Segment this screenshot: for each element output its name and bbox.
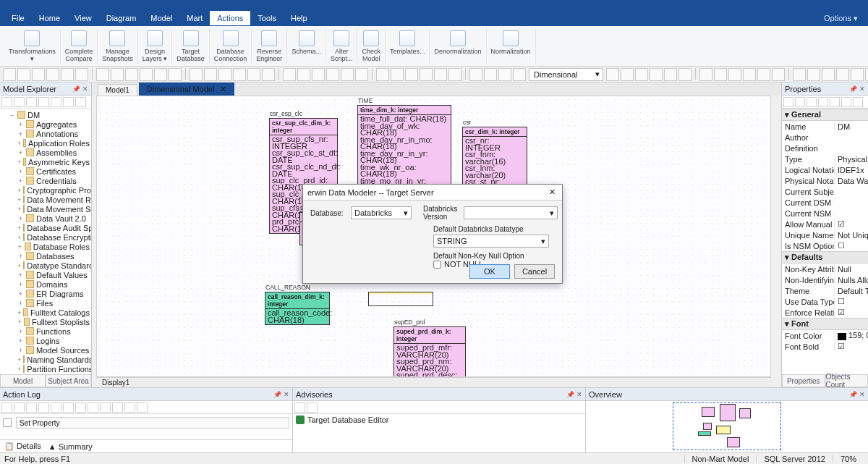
toolbar-button[interactable] [218,68,231,81]
toolbar-button[interactable] [836,68,849,81]
overview-canvas[interactable] [586,401,868,452]
doc-tab-model1[interactable]: Model1 [98,84,137,96]
property-row[interactable]: Non-Key AttribNull [782,263,868,274]
property-row[interactable]: Physical NotatiData Warehousing [782,175,868,186]
property-row[interactable]: TypePhysical [782,153,868,164]
toolbar-button[interactable] [513,68,526,81]
toolbar-button[interactable] [391,68,404,81]
tree-item[interactable]: +Partition Functions [3,364,90,374]
tree-item[interactable]: +ER Diagrams [3,289,90,298]
property-row[interactable]: Is NSM Option☐ [782,240,868,251]
ribbon-target[interactable]: Target Database [172,29,210,64]
property-row[interactable]: ThemeDefault Theme [782,285,868,296]
property-row[interactable]: Font Bold☑ [782,341,868,352]
toolbar-button[interactable] [51,97,61,107]
tree-item[interactable]: +Cryptographic Provi... [3,185,90,195]
toolbar-button[interactable] [100,402,111,413]
menu-view[interactable]: View [67,11,99,25]
tree-item[interactable]: +Data Movement Sour... [3,204,90,214]
tree-item[interactable]: +Asymmetric Keys [3,157,90,166]
toolbar-button[interactable] [851,68,864,81]
ok-button[interactable]: OK [469,264,510,279]
ribbon-dbconn[interactable]: Database Connection [210,29,252,64]
toolbar-button[interactable] [140,68,153,81]
property-row[interactable]: Allow Manual F☑ [782,219,868,229]
property-row[interactable]: Definition [782,143,868,153]
property-row[interactable]: Current DSM O [782,197,868,208]
toolbar-button[interactable] [664,68,677,81]
toolbar-button[interactable] [469,68,482,81]
ribbon-transform[interactable]: Transformations ▾ [4,29,61,64]
menu-file[interactable]: File [4,11,32,25]
toolbar-button[interactable] [420,68,433,81]
tree-item[interactable]: +Assemblies [3,148,90,157]
pin-icon[interactable]: 📌 ✕ [72,85,88,93]
toolbar-button[interactable] [326,68,339,81]
tree-item[interactable]: +Database Audit Specifi... [3,223,90,232]
cancel-button[interactable]: Cancel [514,264,555,279]
toolbar-button[interactable] [434,68,447,81]
toolbar-button[interactable] [233,68,246,81]
menu-diagram[interactable]: Diagram [99,11,144,25]
toolbar-button[interactable] [312,68,325,81]
toolbar-button[interactable] [772,68,785,81]
props-tab-properties[interactable]: Properties [782,375,825,387]
toolbar-button[interactable] [606,68,619,81]
toolbar-button[interactable] [743,68,756,81]
ribbon-norm[interactable]: Normalization [487,29,536,64]
expand-icon[interactable] [3,418,12,427]
toolbar-button[interactable] [405,68,418,81]
toolbar-button[interactable] [678,68,692,81]
ribbon-reverse[interactable]: Reverse Engineer [252,29,287,64]
pin-icon[interactable]: 📌 ✕ [566,391,582,398]
toolbar-button[interactable] [46,68,59,81]
toolbar-button[interactable] [621,68,634,81]
toolbar-button[interactable] [728,68,741,81]
toolbar-button[interactable] [38,402,49,413]
ribbon-schema[interactable]: Schema... [287,29,326,64]
toolbar-button[interactable] [26,402,37,413]
tree-item[interactable]: +Application Roles [3,138,90,148]
not-null-checkbox[interactable] [433,261,441,269]
action-tab-details[interactable]: 📋 Details [4,442,41,451]
advisory-item[interactable]: Target Database Editor [293,414,585,426]
action-item[interactable]: Set Property [16,417,289,429]
tree-item[interactable]: +Database Encryption K... [3,232,90,242]
toolbar-button[interactable] [17,68,30,81]
ribbon-complete[interactable]: Complete Compare [61,29,98,64]
toolbar-button[interactable] [783,97,793,107]
pin-icon[interactable]: 📌 ✕ [273,391,289,398]
toolbar-button[interactable] [112,402,123,413]
tree-item[interactable]: +Functions [3,326,90,336]
ribbon-alter[interactable]: Alter Script... [326,29,358,64]
toolbar-button[interactable] [51,402,61,413]
tree-item[interactable]: +Credentials [3,176,90,185]
toolbar-button[interactable] [853,97,863,107]
props-section[interactable]: ▾ Font [782,318,868,330]
tree-item[interactable]: +Fulltext Catalogs [3,308,90,317]
property-row[interactable]: Logical NotatioIDEF1x [782,164,868,175]
toolbar-button[interactable] [88,402,98,413]
menu-model[interactable]: Model [143,11,179,25]
tree-item[interactable]: +Aggregates [3,119,90,129]
toolbar-button[interactable] [822,68,835,81]
display-mode-select[interactable]: Dimensional▾ [529,68,603,81]
property-row[interactable]: Author [782,132,868,143]
toolbar-button[interactable] [650,68,663,81]
version-select[interactable]: ▾ [464,206,558,219]
menu-home[interactable]: Home [32,11,67,25]
toolbar-button[interactable] [75,97,86,107]
close-icon[interactable]: ✕ [220,85,226,93]
entity-call[interactable]: CALL_REASONcall_reason_dim_k: integercal… [265,292,330,325]
tree-item[interactable]: +Database Roles [3,242,90,251]
toolbar-button[interactable] [61,68,74,81]
toolbar-button[interactable] [484,68,497,81]
menu-mart[interactable]: Mart [179,11,210,25]
tree-item[interactable]: +Datatype Standards [3,261,90,270]
dialog-close-icon[interactable]: ✕ [546,187,558,197]
toolbar-button[interactable] [124,402,135,413]
ribbon-manage[interactable]: Manage Snapshots [98,29,138,64]
toolbar-button[interactable] [376,68,389,81]
property-row[interactable]: Use Data Type N☐ [782,296,868,307]
toolbar-button[interactable] [498,68,511,81]
